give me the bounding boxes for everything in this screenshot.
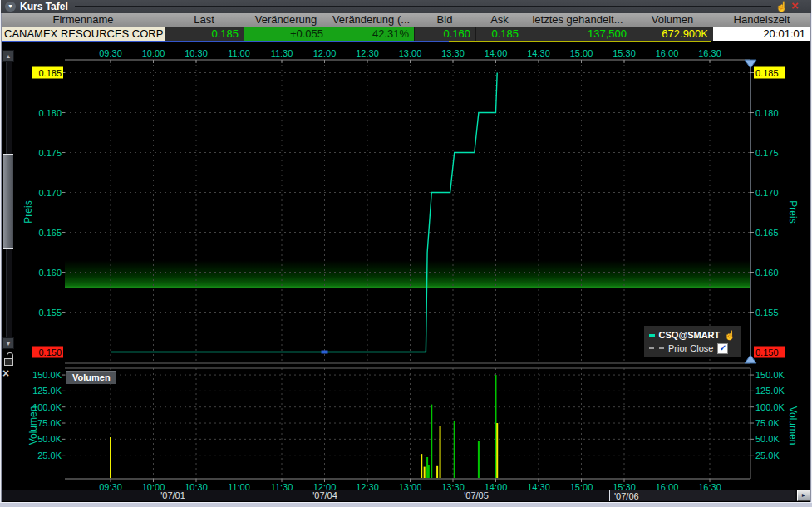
window-frame-left-inner [1,13,2,507]
price-volume-chart: 09:3009:3010:0010:0010:3010:3011:0011:00… [0,0,812,507]
lock-body [4,358,13,366]
volume-bar [424,467,426,478]
price-line-series [111,73,497,352]
chart-legend: CSQ@SMART ☝ Prior Close ✓ [644,326,741,357]
price-tick-label-right: 0.175 [755,148,779,158]
volume-bar [110,437,111,478]
time-tick-label-top: 13:00 [399,48,422,58]
price-tick-label-left: 0.150 [38,347,62,357]
volume-tick-label-right: 100.0K [755,402,785,412]
price-tick-label-left: 0.185 [38,68,62,78]
price-tick-label-left: 0.175 [38,148,62,158]
volume-bar [428,465,430,478]
price-tick-label-left: 0.180 [38,108,62,118]
scroll-right-icon[interactable]: ► [797,490,810,501]
volume-pane-title: Volumen [66,371,116,384]
volume-bar [426,457,428,478]
volume-tick-label-right: 25.0K [755,450,780,460]
date-label: '07/06 [614,491,639,501]
price-tick-label-left: 0.155 [38,308,62,317]
price-axis-title-left: Preis [22,200,34,223]
time-tick-label-top: 12:30 [356,48,379,58]
volume-tick-label-left: 50.0K [37,434,62,444]
time-tick-label-top: 14:30 [527,48,550,58]
volume-axis-title-right: Volumen [787,406,799,445]
lock-open-icon[interactable] [4,352,13,366]
prior-close-checkbox[interactable]: ✓ [717,343,728,354]
volume-axis-title-left: Volumen [27,406,39,445]
price-axis-title-right: Preis [787,200,799,223]
volume-bar [431,405,432,478]
time-tick-label-top: 16:30 [698,48,721,58]
time-tick-label-top: 15:30 [613,48,636,58]
volume-tick-label-right: 50.0K [755,434,780,444]
legend-series-label: CSQ@SMART [659,330,721,340]
volume-bar [478,441,480,478]
price-tick-label-right: 0.150 [755,347,779,357]
volume-bar [440,426,441,478]
vertical-scrollbar-thumb[interactable] [3,154,13,249]
time-tick-label-top: 11:30 [271,48,293,58]
volume-tick-label-right: 150.0K [755,370,785,380]
volume-bar [421,454,422,478]
price-tick-label-left: 0.160 [38,268,62,278]
price-tick-label-left: 0.170 [38,188,62,198]
prior-close-band [65,260,750,288]
time-tick-label-top: 15:00 [570,48,593,58]
date-scrollbar[interactable]: '07/01 '07/04 '07/05 '07/06 ► [2,490,810,501]
legend-prior-close-label: Prior Close [668,343,713,353]
time-tick-label-top: 10:30 [185,48,208,58]
series-line-swatch [649,334,655,337]
price-tick-label-right: 0.160 [755,268,779,278]
price-tick-label-right: 0.155 [755,308,779,317]
volume-tick-label-right: 75.0K [755,418,780,428]
close-pane-icon[interactable]: × [2,367,9,380]
hand-cursor-icon: ☝ [724,330,736,341]
prior-close-line-swatch [649,347,664,349]
price-tick-label-left: 0.165 [38,228,62,238]
price-tick-label-right: 0.165 [755,228,779,238]
volume-bar [454,421,455,478]
volume-tick-label-left: 25.0K [37,450,62,460]
time-tick-label-top: 10:00 [142,48,165,58]
time-tick-label-top: 11:00 [228,48,250,58]
date-label: '07/01 [160,490,185,500]
date-label: '07/04 [312,490,337,500]
time-tick-label-top: 12:00 [313,48,337,58]
kurs-tafel-window: ▼ Kurs Tafel ☝ × Firmenname Last Verände… [0,0,812,507]
time-tick-label-top: 13:30 [441,48,465,58]
price-tick-label-right: 0.180 [755,108,779,118]
time-tick-label-top: 09:30 [99,48,122,58]
price-tick-label-right: 0.185 [755,68,779,78]
date-label: '07/05 [464,490,489,500]
scroll-up-icon[interactable]: ▲ [2,50,14,62]
scroll-down-icon[interactable]: ▼ [2,337,14,349]
volume-bar [496,423,498,478]
volume-tick-label-left: 75.0K [37,418,62,428]
legend-item-prior-close: Prior Close ✓ [649,342,736,355]
volume-tick-label-right: 125.0K [755,386,785,396]
volume-bar [495,375,497,478]
volume-tick-label-left: 150.0K [32,370,62,380]
volume-tick-label-left: 125.0K [32,386,62,396]
date-scrollbar-thumb[interactable]: '07/06 [609,490,795,501]
volume-bar [436,466,438,478]
window-frame-bottom[interactable] [0,502,812,507]
legend-item-series[interactable]: CSQ@SMART ☝ [649,328,736,342]
time-tick-label-top: 16:00 [656,48,679,58]
trade-marker [322,351,328,354]
time-tick-label-top: 14:00 [485,48,508,58]
price-tick-label-right: 0.170 [755,188,779,198]
